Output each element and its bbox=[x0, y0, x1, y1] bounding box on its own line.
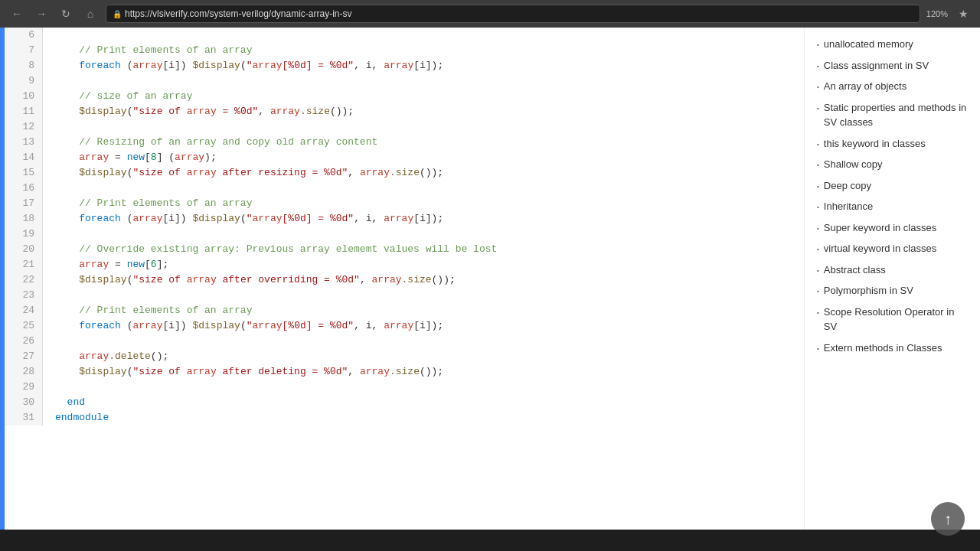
line-number: 25 bbox=[5, 318, 43, 334]
bookmark-button[interactable]: ★ bbox=[954, 5, 972, 23]
line-content bbox=[43, 119, 61, 135]
sidebar-bullet-icon: • bbox=[817, 140, 819, 149]
line-number: 10 bbox=[5, 89, 43, 104]
sidebar-item[interactable]: •Abstract class bbox=[805, 259, 980, 281]
sidebar-item[interactable]: •Super keyword in classes bbox=[805, 217, 980, 239]
line-number: 19 bbox=[5, 227, 43, 242]
sidebar-bullet-icon: • bbox=[817, 182, 819, 191]
sidebar-link[interactable]: Extern methods in Classes bbox=[824, 341, 942, 356]
line-number: 9 bbox=[5, 73, 43, 89]
sidebar-link[interactable]: Static properties and methods in SV clas… bbox=[824, 100, 968, 130]
sidebar-bullet-icon: • bbox=[817, 224, 819, 233]
code-line: 22 $display("size of array after overrid… bbox=[5, 272, 804, 288]
sidebar-item[interactable]: •this keyword in classes bbox=[805, 133, 980, 155]
sidebar-bullet-icon: • bbox=[817, 41, 819, 50]
forward-button[interactable]: → bbox=[32, 5, 51, 23]
line-number: 15 bbox=[5, 165, 43, 181]
sidebar-link[interactable]: Abstract class bbox=[824, 262, 886, 278]
line-content: // Resizing of an array and copy old arr… bbox=[43, 135, 377, 150]
sidebar-link[interactable]: Deep copy bbox=[824, 178, 871, 194]
scroll-to-top-button[interactable]: ↑ bbox=[931, 502, 965, 536]
line-content bbox=[43, 28, 61, 43]
sidebar-bullet-icon: • bbox=[817, 344, 819, 354]
line-number: 13 bbox=[5, 135, 43, 150]
sidebar-link[interactable]: virtual keyword in classes bbox=[824, 241, 936, 256]
address-bar[interactable]: 🔒 https://vlsiverify.com/system-verilog/… bbox=[106, 5, 920, 23]
sidebar-item[interactable]: •Static properties and methods in SV cla… bbox=[805, 97, 980, 133]
sidebar-bullet-icon: • bbox=[817, 308, 819, 318]
line-content bbox=[43, 288, 61, 303]
sidebar-link[interactable]: this keyword in classes bbox=[824, 136, 926, 152]
code-line: 28 $display("size of array after deletin… bbox=[5, 364, 804, 380]
sidebar-item[interactable]: •Deep copy bbox=[805, 175, 980, 197]
code-area: 6 7 // Print elements of an array8 forea… bbox=[5, 28, 804, 530]
line-content: // Override existing array: Previous arr… bbox=[43, 242, 497, 257]
toolbar-right: 120% ★ bbox=[926, 5, 972, 23]
code-line: 12 bbox=[5, 119, 804, 135]
code-line: 13 // Resizing of an array and copy old … bbox=[5, 135, 804, 150]
sidebar-item[interactable]: •virtual keyword in classes bbox=[805, 238, 980, 259]
code-line: 24 // Print elements of an array bbox=[5, 303, 804, 318]
line-number: 24 bbox=[5, 303, 43, 318]
reload-button[interactable]: ↻ bbox=[57, 5, 75, 23]
line-content bbox=[43, 334, 61, 349]
sidebar-item[interactable]: •An array of objects bbox=[805, 76, 980, 97]
code-line: 6 bbox=[5, 28, 804, 43]
code-line: 23 bbox=[5, 288, 804, 303]
home-button[interactable]: ⌂ bbox=[81, 5, 100, 23]
sidebar-link[interactable]: Shallow copy bbox=[824, 157, 883, 172]
sidebar-bullet-icon: • bbox=[817, 245, 819, 254]
line-content: $display("size of array after resizing =… bbox=[43, 165, 443, 181]
line-number: 18 bbox=[5, 211, 43, 227]
line-number: 11 bbox=[5, 104, 43, 119]
sidebar-bullet-icon: • bbox=[817, 104, 819, 113]
line-content: // Print elements of an array bbox=[43, 303, 252, 318]
sidebar-bullet-icon: • bbox=[817, 266, 819, 276]
line-number: 30 bbox=[5, 395, 43, 410]
sidebar-item[interactable]: •Scope Resolution Operator in SV bbox=[805, 302, 980, 337]
sidebar-item[interactable]: •Shallow copy bbox=[805, 154, 980, 175]
line-content bbox=[43, 380, 61, 395]
line-number: 17 bbox=[5, 196, 43, 211]
url-text: https://vlsiverify.com/system-verilog/dy… bbox=[125, 8, 352, 19]
code-line: 14 array = new[8] (array); bbox=[5, 150, 804, 165]
code-line: 9 bbox=[5, 73, 804, 89]
sidebar-link[interactable]: Scope Resolution Operator in SV bbox=[824, 305, 968, 334]
code-line: 17 // Print elements of an array bbox=[5, 196, 804, 211]
sidebar-link[interactable]: Inheritance bbox=[824, 199, 873, 214]
line-content bbox=[43, 73, 61, 89]
code-line: 18 foreach (array[i]) $display("array[%0… bbox=[5, 211, 804, 227]
line-content: array = new[6]; bbox=[43, 257, 168, 272]
code-line: 15 $display("size of array after resizin… bbox=[5, 165, 804, 181]
sidebar-item[interactable]: •unallocated memory bbox=[805, 34, 980, 55]
sidebar-link[interactable]: Polymorphism in SV bbox=[824, 283, 913, 298]
sidebar-link[interactable]: Class assignment in SV bbox=[824, 58, 929, 73]
line-number: 8 bbox=[5, 58, 43, 73]
line-content: // size of an array bbox=[43, 89, 192, 104]
line-number: 28 bbox=[5, 364, 43, 380]
line-number: 29 bbox=[5, 380, 43, 395]
sidebar-item[interactable]: •Polymorphism in SV bbox=[805, 280, 980, 302]
sidebar-link[interactable]: Super keyword in classes bbox=[824, 220, 936, 236]
code-line: 8 foreach (array[i]) $display("array[%0d… bbox=[5, 58, 804, 73]
sidebar-item[interactable]: •Extern methods in Classes bbox=[805, 337, 980, 359]
sidebar-item[interactable]: •Class assignment in SV bbox=[805, 55, 980, 77]
code-line: 29 bbox=[5, 380, 804, 395]
back-button[interactable]: ← bbox=[8, 5, 26, 23]
code-line: 30 end bbox=[5, 395, 804, 410]
code-line: 21 array = new[6]; bbox=[5, 257, 804, 272]
sidebar-link[interactable]: unallocated memory bbox=[824, 37, 913, 52]
line-number: 6 bbox=[5, 28, 43, 43]
line-content: foreach (array[i]) $display("array[%0d] … bbox=[43, 58, 443, 73]
line-content: // Print elements of an array bbox=[43, 43, 252, 58]
sidebar-bullet-icon: • bbox=[817, 83, 819, 92]
line-content: foreach (array[i]) $display("array[%0d] … bbox=[43, 318, 443, 334]
line-content: $display("size of array after deleting =… bbox=[43, 364, 443, 380]
main-content: 6 7 // Print elements of an array8 forea… bbox=[0, 28, 980, 530]
sidebar-link[interactable]: An array of objects bbox=[824, 79, 906, 94]
line-number: 26 bbox=[5, 334, 43, 349]
sidebar-bullet-icon: • bbox=[817, 287, 819, 296]
sidebar-item[interactable]: •Inheritance bbox=[805, 196, 980, 217]
code-line: 31endmodule bbox=[5, 410, 804, 425]
line-number: 20 bbox=[5, 242, 43, 257]
